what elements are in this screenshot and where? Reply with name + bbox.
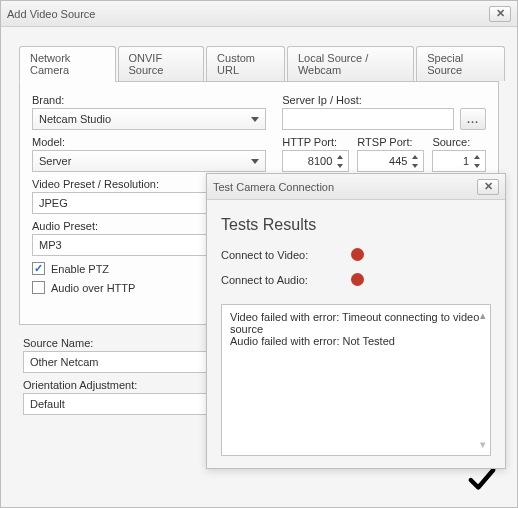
- server-input[interactable]: [282, 108, 454, 130]
- scroll-down-icon: ▾: [480, 438, 486, 451]
- audio-preset-label: Audio Preset:: [32, 220, 232, 232]
- log-line: Audio failed with error: Not Tested: [230, 335, 482, 347]
- status-dot-icon: [351, 273, 364, 286]
- tab-network-camera[interactable]: Network Camera: [19, 46, 116, 82]
- audio-preset-input[interactable]: MP3: [32, 234, 232, 256]
- confirm-button[interactable]: [467, 465, 497, 497]
- http-port-label: HTTP Port:: [282, 136, 349, 148]
- orientation-input[interactable]: Default: [23, 393, 231, 415]
- source-input[interactable]: 1: [432, 150, 486, 172]
- rtsp-port-label: RTSP Port:: [357, 136, 424, 148]
- spin-up-icon[interactable]: [409, 152, 421, 161]
- tab-local-source[interactable]: Local Source / Webcam: [287, 46, 414, 81]
- source-name-input[interactable]: Other Netcam: [23, 351, 231, 373]
- test-connection-dialog: Test Camera Connection ✕ Tests Results C…: [206, 173, 506, 469]
- source-name-value: Other Netcam: [30, 356, 98, 368]
- http-port-input[interactable]: 8100: [282, 150, 349, 172]
- checkbox-icon: [32, 262, 45, 275]
- test-dialog-title: Test Camera Connection: [213, 181, 334, 193]
- preset-input[interactable]: JPEG: [32, 192, 232, 214]
- audio-result-row: Connect to Audio:: [221, 273, 491, 286]
- source-label: Source:: [432, 136, 486, 148]
- tab-onvif-source[interactable]: ONVIF Source: [118, 46, 205, 81]
- audio-result-label: Connect to Audio:: [221, 274, 339, 286]
- audio-preset-value: MP3: [39, 239, 62, 251]
- audio-over-http-label: Audio over HTTP: [51, 282, 135, 294]
- source-value: 1: [463, 155, 469, 167]
- preset-label: Video Preset / Resolution:: [32, 178, 232, 190]
- results-header: Tests Results: [221, 216, 491, 234]
- server-label: Server Ip / Host:: [282, 94, 486, 106]
- model-select[interactable]: Server: [32, 150, 266, 172]
- video-result-row: Connect to Video:: [221, 248, 491, 261]
- close-icon[interactable]: ✕: [477, 179, 499, 195]
- results-log[interactable]: Video failed with error: Timeout connect…: [221, 304, 491, 456]
- spin-up-icon[interactable]: [334, 152, 346, 161]
- dialog-title: Add Video Source: [7, 8, 95, 20]
- log-line: Video failed with error: Timeout connect…: [230, 311, 482, 335]
- brand-value: Netcam Studio: [39, 113, 111, 125]
- model-value: Server: [39, 155, 71, 167]
- test-dialog-body: Tests Results Connect to Video: Connect …: [207, 200, 505, 468]
- tab-special-source[interactable]: Special Source: [416, 46, 505, 81]
- orientation-label: Orientation Adjustment:: [23, 379, 231, 391]
- tabstrip: Network Camera ONVIF Source Custom URL L…: [11, 37, 507, 81]
- preset-value: JPEG: [39, 197, 68, 209]
- browse-button[interactable]: ...: [460, 108, 486, 130]
- spin-down-icon[interactable]: [471, 161, 483, 170]
- spin-up-icon[interactable]: [471, 152, 483, 161]
- model-label: Model:: [32, 136, 266, 148]
- titlebar: Test Camera Connection ✕: [207, 174, 505, 200]
- source-name-label: Source Name:: [23, 337, 231, 349]
- orientation-value: Default: [30, 398, 65, 410]
- enable-ptz-label: Enable PTZ: [51, 263, 109, 275]
- spin-down-icon[interactable]: [334, 161, 346, 170]
- http-port-value: 8100: [308, 155, 332, 167]
- brand-label: Brand:: [32, 94, 266, 106]
- spin-down-icon[interactable]: [409, 161, 421, 170]
- scroll-up-icon: ▴: [480, 309, 486, 322]
- brand-select[interactable]: Netcam Studio: [32, 108, 266, 130]
- titlebar: Add Video Source ✕: [1, 1, 517, 27]
- video-result-label: Connect to Video:: [221, 249, 339, 261]
- rtsp-port-input[interactable]: 445: [357, 150, 424, 172]
- checkbox-icon: [32, 281, 45, 294]
- rtsp-port-value: 445: [389, 155, 407, 167]
- close-icon[interactable]: ✕: [489, 6, 511, 22]
- status-dot-icon: [351, 248, 364, 261]
- tab-custom-url[interactable]: Custom URL: [206, 46, 285, 81]
